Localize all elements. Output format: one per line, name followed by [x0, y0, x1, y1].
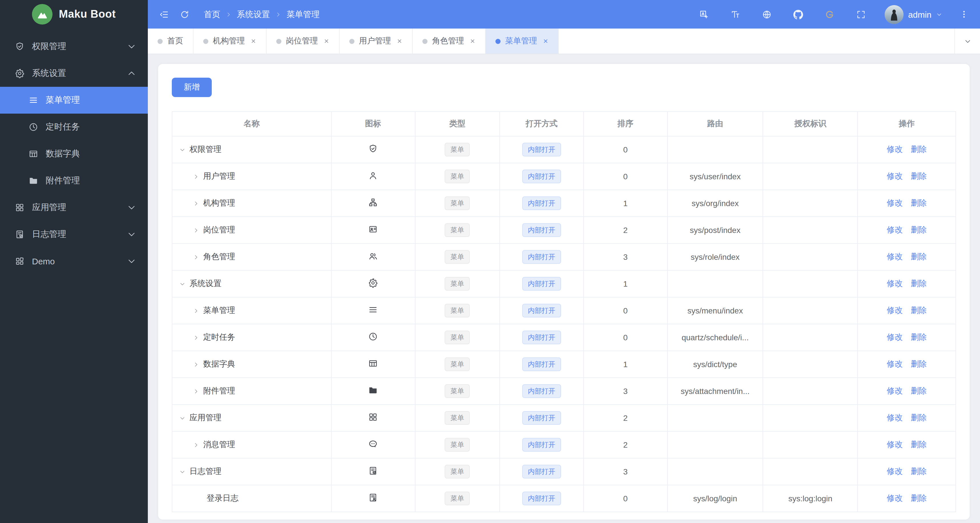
- collapse-row-icon[interactable]: [179, 415, 186, 421]
- close-icon[interactable]: [470, 38, 476, 44]
- edit-link[interactable]: 修改: [887, 171, 903, 180]
- delete-link[interactable]: 删除: [911, 413, 927, 422]
- edit-link[interactable]: 修改: [887, 279, 903, 288]
- edit-link[interactable]: 修改: [887, 252, 903, 261]
- edit-link[interactable]: 修改: [887, 198, 903, 207]
- delete-link[interactable]: 删除: [911, 386, 927, 395]
- sidebar-item-menu[interactable]: 菜单管理: [0, 87, 148, 113]
- collapse-sidebar-icon[interactable]: [156, 6, 172, 22]
- name-cell: 数据字典: [172, 351, 331, 378]
- folder-icon: [368, 385, 378, 395]
- sidebar-item-permission[interactable]: 权限管理: [0, 33, 148, 60]
- collapse-row-icon[interactable]: [179, 469, 186, 475]
- sidebar-item-app[interactable]: 应用管理: [0, 194, 148, 221]
- gitee-icon[interactable]: [821, 6, 837, 22]
- edit-link[interactable]: 修改: [887, 386, 903, 395]
- delete-link[interactable]: 删除: [911, 252, 927, 261]
- tab-dot: [495, 38, 501, 44]
- tabs-dropdown-button[interactable]: [954, 29, 980, 54]
- edit-link[interactable]: 修改: [887, 493, 903, 502]
- breadcrumb: 首页系统设置菜单管理: [204, 9, 320, 20]
- sidebar-item-attachment[interactable]: 附件管理: [0, 167, 148, 194]
- actions-cell: 修改删除: [858, 378, 956, 405]
- edit-link[interactable]: 修改: [887, 440, 903, 449]
- expand-row-icon[interactable]: [193, 173, 199, 180]
- type-cell: 菜单: [415, 136, 500, 163]
- edit-link[interactable]: 修改: [887, 332, 903, 341]
- auth-cell: [763, 244, 858, 270]
- delete-link[interactable]: 删除: [911, 493, 927, 502]
- translate-icon[interactable]: [696, 6, 712, 22]
- expand-row-icon[interactable]: [193, 254, 199, 260]
- font-size-icon[interactable]: [727, 6, 743, 22]
- edit-link[interactable]: 修改: [887, 467, 903, 476]
- expand-row-icon[interactable]: [193, 361, 199, 367]
- collapse-row-icon[interactable]: [179, 281, 186, 287]
- delete-link[interactable]: 删除: [911, 225, 927, 234]
- github-icon[interactable]: [790, 6, 806, 22]
- icon-cell: [331, 378, 415, 405]
- expand-row-icon[interactable]: [193, 442, 199, 448]
- close-icon[interactable]: [324, 38, 329, 44]
- clock-icon: [368, 332, 378, 341]
- sidebar-item-label: 菜单管理: [46, 95, 137, 106]
- sidebar-item-system[interactable]: 系统设置: [0, 60, 148, 87]
- edit-link[interactable]: 修改: [887, 413, 903, 422]
- edit-link[interactable]: 修改: [887, 359, 903, 368]
- breadcrumb-item[interactable]: 菜单管理: [286, 9, 320, 20]
- delete-link[interactable]: 删除: [911, 145, 927, 154]
- type-tag: 菜单: [445, 170, 470, 183]
- breadcrumb-item[interactable]: 首页: [204, 9, 220, 20]
- edit-link[interactable]: 修改: [887, 145, 903, 154]
- refresh-icon[interactable]: [177, 6, 192, 22]
- close-icon[interactable]: [543, 38, 549, 44]
- delete-link[interactable]: 删除: [911, 305, 927, 314]
- open-mode-cell: 内部打开: [500, 485, 584, 512]
- auth-cell: [763, 190, 858, 217]
- tab-org[interactable]: 机构管理: [194, 29, 267, 54]
- delete-link[interactable]: 删除: [911, 359, 927, 368]
- kebab-menu-icon[interactable]: [956, 6, 972, 22]
- sidebar-item-schedule[interactable]: 定时任务: [0, 113, 148, 140]
- open-mode-cell: 内部打开: [500, 244, 584, 270]
- expand-row-icon[interactable]: [193, 200, 199, 206]
- tab-label: 机构管理: [213, 36, 245, 46]
- expand-row-icon[interactable]: [193, 334, 199, 341]
- close-icon[interactable]: [251, 38, 256, 44]
- delete-link[interactable]: 删除: [911, 198, 927, 207]
- route-cell: sys/role/index: [667, 244, 763, 270]
- menu-name: 权限管理: [189, 145, 221, 155]
- sidebar-item-log[interactable]: 日志管理: [0, 221, 148, 248]
- sidebar-item-demo[interactable]: Demo: [0, 248, 148, 275]
- sidebar-item-label: 定时任务: [46, 122, 137, 132]
- icon-cell: [331, 136, 415, 163]
- dict-table-icon: [368, 359, 378, 368]
- fullscreen-icon[interactable]: [853, 6, 869, 22]
- tab-home[interactable]: 首页: [148, 29, 194, 54]
- tab-menu[interactable]: 菜单管理: [486, 29, 559, 54]
- globe-icon[interactable]: [759, 6, 775, 22]
- collapse-row-icon[interactable]: [179, 147, 186, 153]
- edit-link[interactable]: 修改: [887, 305, 903, 314]
- chevron-down-icon: [127, 230, 137, 239]
- tab-post[interactable]: 岗位管理: [267, 29, 340, 54]
- breadcrumb-item[interactable]: 系统设置: [237, 9, 270, 20]
- close-icon[interactable]: [397, 38, 402, 44]
- delete-link[interactable]: 删除: [911, 440, 927, 449]
- delete-link[interactable]: 删除: [911, 171, 927, 180]
- expand-row-icon[interactable]: [193, 227, 199, 233]
- delete-link[interactable]: 删除: [911, 279, 927, 288]
- add-button[interactable]: 新增: [172, 78, 212, 97]
- icon-cell: [331, 217, 415, 244]
- icon-cell: [331, 324, 415, 351]
- edit-link[interactable]: 修改: [887, 225, 903, 234]
- sidebar-item-dict[interactable]: 数据字典: [0, 140, 148, 167]
- delete-link[interactable]: 删除: [911, 467, 927, 476]
- tab-role[interactable]: 角色管理: [413, 29, 486, 54]
- expand-row-icon[interactable]: [193, 388, 199, 394]
- menu-name: 系统设置: [189, 279, 221, 289]
- user-menu[interactable]: admin: [885, 5, 942, 24]
- tab-user[interactable]: 用户管理: [340, 29, 413, 54]
- delete-link[interactable]: 删除: [911, 332, 927, 341]
- expand-row-icon[interactable]: [193, 308, 199, 314]
